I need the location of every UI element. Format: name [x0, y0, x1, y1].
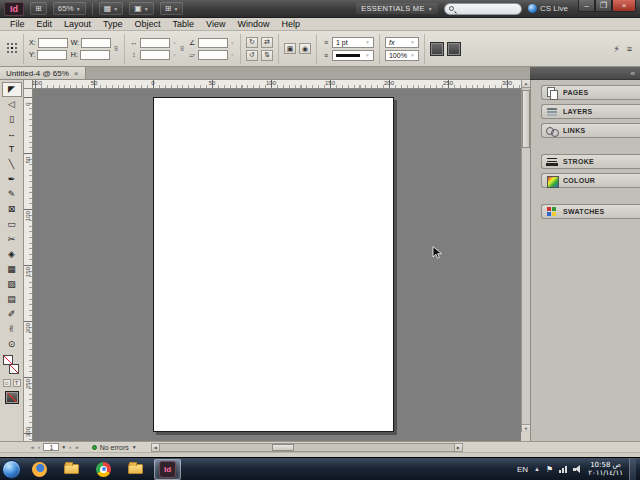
network-icon[interactable]	[559, 466, 567, 473]
x-field[interactable]	[38, 38, 68, 48]
scroll-down-button[interactable]: ▼	[522, 424, 530, 432]
restore-button[interactable]: ❐	[595, 0, 612, 12]
horizontal-scroll-track[interactable]	[160, 443, 454, 452]
tab-close-icon[interactable]: ×	[74, 69, 79, 78]
start-button[interactable]	[2, 460, 21, 479]
selection-tool[interactable]: ◤	[2, 82, 22, 97]
formatting-affects-container-button[interactable]: □	[3, 379, 11, 387]
panel-menu-button[interactable]: ≡	[627, 44, 632, 54]
constrain-scale-icon[interactable]: ∞	[179, 46, 186, 51]
indesign-app-icon[interactable]: Id	[4, 2, 24, 16]
vertical-scroll-thumb[interactable]	[522, 90, 530, 148]
menu-help[interactable]: Help	[275, 18, 306, 31]
taskbar-item-indesign[interactable]: Id	[154, 459, 181, 480]
stroke-swatch-button[interactable]	[447, 42, 461, 56]
view-options-button[interactable]: ▦ ▼	[99, 2, 124, 15]
reference-point-proxy[interactable]	[7, 43, 18, 54]
tint-select[interactable]: 100% ▼	[385, 50, 419, 61]
arrange-documents-button[interactable]: ⊞ ▼	[160, 2, 184, 15]
page-tool[interactable]: ▯	[2, 112, 22, 127]
scale-y-field[interactable]	[140, 50, 170, 60]
stroke-weight-select[interactable]: 1 pt ▼	[332, 37, 374, 48]
horizontal-scroll-thumb[interactable]	[272, 444, 294, 451]
close-button[interactable]: ×	[612, 0, 636, 12]
stroke-type-select[interactable]: ▼	[332, 50, 374, 61]
menu-window[interactable]: Window	[231, 18, 275, 31]
type-tool[interactable]: T	[2, 142, 22, 157]
stroke-color-swatch[interactable]	[9, 364, 19, 374]
preflight-menu-dropdown[interactable]: ▼	[132, 444, 137, 450]
language-indicator[interactable]: EN	[517, 465, 528, 474]
line-tool[interactable]: ╲	[2, 157, 22, 172]
select-content-button[interactable]: ◉	[299, 43, 311, 54]
formatting-affects-text-button[interactable]: T	[13, 379, 21, 387]
gradient-feather-tool[interactable]: ▨	[2, 277, 22, 292]
pen-tool[interactable]: ✒	[2, 172, 22, 187]
bridge-button[interactable]: ⊞	[30, 2, 47, 15]
vertical-ruler[interactable]: 0 50 100 150 200 250 300	[24, 89, 33, 441]
panel-button-stroke[interactable]: STROKE	[541, 154, 640, 169]
menu-type[interactable]: Type	[97, 18, 129, 31]
rectangle-frame-tool[interactable]: ⊠	[2, 202, 22, 217]
minimize-button[interactable]: –	[578, 0, 595, 12]
fill-color-swatch[interactable]	[3, 355, 13, 365]
show-desktop-button[interactable]	[629, 458, 636, 480]
show-hidden-icons-button[interactable]: ▲	[534, 466, 540, 472]
scale-x-field[interactable]	[140, 38, 170, 48]
chevron-down-icon[interactable]: ▼	[172, 40, 177, 46]
panel-button-swatches[interactable]: SWATCHES	[541, 204, 640, 219]
document-tab[interactable]: Untitled-4 @ 65% ×	[0, 67, 86, 79]
first-page-button[interactable]: «	[30, 444, 35, 450]
page-number-field[interactable]: 1	[43, 443, 59, 451]
flip-horizontal-button[interactable]: ⇄	[261, 37, 273, 48]
action-center-icon[interactable]: ⚑	[546, 465, 553, 474]
taskbar-item-explorer[interactable]	[58, 459, 85, 480]
page-select-dropdown[interactable]: ▼	[61, 444, 66, 450]
zoom-tool[interactable]: ⊙	[2, 337, 22, 352]
pencil-tool[interactable]: ✎	[2, 187, 22, 202]
menu-layout[interactable]: Layout	[58, 18, 97, 31]
next-page-button[interactable]: ›	[68, 444, 72, 450]
expand-dock-button[interactable]: «	[631, 69, 635, 78]
hand-tool[interactable]: ✌	[2, 322, 22, 337]
horizontal-ruler[interactable]: 100 50 0 50 100 150 200 250 300	[33, 80, 521, 89]
preflight-status[interactable]: No errors ▼	[92, 444, 137, 451]
taskbar-item-firefox[interactable]	[26, 459, 53, 480]
taskbar-clock[interactable]: 10:58 ص ٢٠١١/١٤/١١	[588, 461, 623, 477]
chevron-down-icon[interactable]: ▼	[230, 40, 235, 46]
screen-mode-menu-button[interactable]: ▣ ▼	[129, 2, 154, 15]
h-field[interactable]	[80, 50, 110, 60]
eyedropper-tool[interactable]: ✐	[2, 307, 22, 322]
panel-button-colour[interactable]: COLOUR	[541, 173, 640, 188]
scissors-tool[interactable]: ✂	[2, 232, 22, 247]
note-tool[interactable]: ▤	[2, 292, 22, 307]
rectangle-tool[interactable]: ▭	[2, 217, 22, 232]
fill-swatch-button[interactable]	[430, 42, 444, 56]
taskbar-item-libraries[interactable]	[122, 459, 149, 480]
flip-vertical-button[interactable]: ⇅	[261, 50, 273, 61]
select-container-button[interactable]: ▣	[284, 43, 296, 54]
pasteboard[interactable]	[33, 89, 521, 441]
menu-object[interactable]: Object	[129, 18, 167, 31]
menu-table[interactable]: Table	[167, 18, 201, 31]
document-page[interactable]	[153, 97, 394, 432]
panel-button-links[interactable]: LINKS	[541, 123, 640, 138]
quick-apply-button[interactable]: ⚡	[613, 44, 619, 54]
taskbar-item-chrome[interactable]	[90, 459, 117, 480]
free-transform-tool[interactable]: ◈	[2, 247, 22, 262]
vertical-scrollbar[interactable]: ▲ ▼	[521, 80, 530, 432]
rotation-angle-field[interactable]	[198, 38, 228, 48]
panel-button-pages[interactable]: PAGES	[541, 85, 640, 100]
gap-tool[interactable]: ↔	[2, 127, 22, 142]
chevron-down-icon[interactable]: ▼	[172, 52, 177, 58]
search-input[interactable]	[458, 5, 517, 12]
search-box[interactable]	[444, 3, 522, 15]
rotate-ccw-button[interactable]: ↺	[246, 50, 258, 61]
fill-stroke-swatches[interactable]	[2, 355, 22, 377]
scroll-right-button[interactable]: ▶	[454, 443, 463, 452]
w-field[interactable]	[81, 38, 111, 48]
cs-live-button[interactable]: CS Live	[528, 4, 568, 13]
previous-page-button[interactable]: ‹	[37, 444, 41, 450]
menu-file[interactable]: File	[4, 18, 31, 31]
rotate-cw-button[interactable]: ↻	[246, 37, 258, 48]
